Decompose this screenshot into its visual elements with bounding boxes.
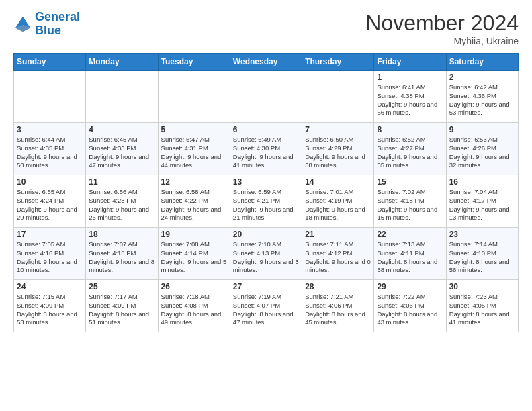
day-info: Sunrise: 7:08 AM Sunset: 4:14 PM Dayligh… (161, 240, 227, 275)
table-row: 21Sunrise: 7:11 AM Sunset: 4:12 PM Dayli… (302, 228, 374, 280)
table-row: 18Sunrise: 7:07 AM Sunset: 4:15 PM Dayli… (86, 228, 158, 280)
day-number: 2 (449, 73, 515, 82)
day-info: Sunrise: 7:18 AM Sunset: 4:08 PM Dayligh… (161, 293, 227, 327)
day-info: Sunrise: 6:55 AM Sunset: 4:24 PM Dayligh… (17, 188, 83, 222)
day-info: Sunrise: 6:56 AM Sunset: 4:23 PM Dayligh… (89, 188, 154, 222)
day-number: 3 (17, 125, 83, 134)
table-row: 1Sunrise: 6:41 AM Sunset: 4:38 PM Daylig… (374, 71, 446, 123)
day-info: Sunrise: 7:13 AM Sunset: 4:11 PM Dayligh… (377, 240, 443, 275)
table-row: 19Sunrise: 7:08 AM Sunset: 4:14 PM Dayli… (158, 228, 230, 280)
day-number: 1 (377, 73, 443, 82)
day-number: 25 (89, 282, 154, 291)
table-row: 26Sunrise: 7:18 AM Sunset: 4:08 PM Dayli… (158, 280, 230, 332)
table-row: 16Sunrise: 7:04 AM Sunset: 4:17 PM Dayli… (446, 175, 518, 228)
table-row: 9Sunrise: 6:53 AM Sunset: 4:26 PM Daylig… (446, 123, 518, 175)
calendar-week-row: 10Sunrise: 6:55 AM Sunset: 4:24 PM Dayli… (14, 175, 519, 228)
table-row (302, 71, 374, 123)
title-block: November 2024 Myhiia, Ukraine (365, 11, 519, 46)
day-info: Sunrise: 7:19 AM Sunset: 4:07 PM Dayligh… (233, 293, 299, 327)
day-number: 28 (305, 282, 371, 291)
table-row: 5Sunrise: 6:47 AM Sunset: 4:31 PM Daylig… (158, 123, 230, 175)
day-info: Sunrise: 7:22 AM Sunset: 4:06 PM Dayligh… (377, 293, 443, 327)
table-row (158, 71, 230, 123)
logo-text: General Blue (35, 11, 80, 38)
day-number: 21 (305, 230, 371, 239)
day-number: 30 (449, 282, 515, 291)
table-row: 22Sunrise: 7:13 AM Sunset: 4:11 PM Dayli… (374, 228, 446, 280)
day-info: Sunrise: 7:01 AM Sunset: 4:19 PM Dayligh… (305, 188, 371, 222)
day-info: Sunrise: 6:47 AM Sunset: 4:31 PM Dayligh… (161, 136, 227, 170)
day-number: 16 (449, 177, 515, 187)
header-saturday: Saturday (446, 54, 518, 71)
day-number: 27 (233, 282, 299, 291)
table-row: 28Sunrise: 7:21 AM Sunset: 4:06 PM Dayli… (302, 280, 374, 332)
day-info: Sunrise: 7:17 AM Sunset: 4:09 PM Dayligh… (89, 293, 154, 327)
table-row: 17Sunrise: 7:05 AM Sunset: 4:16 PM Dayli… (14, 228, 86, 280)
day-info: Sunrise: 6:59 AM Sunset: 4:21 PM Dayligh… (233, 188, 299, 222)
day-number: 12 (161, 177, 227, 187)
day-info: Sunrise: 7:11 AM Sunset: 4:12 PM Dayligh… (305, 240, 371, 275)
day-number: 14 (305, 177, 371, 187)
table-row: 8Sunrise: 6:52 AM Sunset: 4:27 PM Daylig… (374, 123, 446, 175)
calendar-week-row: 3Sunrise: 6:44 AM Sunset: 4:35 PM Daylig… (14, 123, 519, 175)
day-info: Sunrise: 6:45 AM Sunset: 4:33 PM Dayligh… (89, 136, 154, 170)
table-row (86, 71, 158, 123)
header-monday: Monday (86, 54, 158, 71)
header-wednesday: Wednesday (230, 54, 302, 71)
logo-icon (13, 15, 32, 34)
day-info: Sunrise: 6:49 AM Sunset: 4:30 PM Dayligh… (233, 136, 299, 170)
page-header: General Blue November 2024 Myhiia, Ukrai… (13, 11, 519, 46)
header-tuesday: Tuesday (158, 54, 230, 71)
calendar-table: Sunday Monday Tuesday Wednesday Thursday… (13, 53, 519, 332)
day-number: 7 (305, 125, 371, 134)
day-info: Sunrise: 6:58 AM Sunset: 4:22 PM Dayligh… (161, 188, 227, 222)
table-row: 14Sunrise: 7:01 AM Sunset: 4:19 PM Dayli… (302, 175, 374, 228)
day-number: 18 (89, 230, 154, 239)
calendar-week-row: 17Sunrise: 7:05 AM Sunset: 4:16 PM Dayli… (14, 228, 519, 280)
day-number: 17 (17, 230, 83, 239)
table-row: 10Sunrise: 6:55 AM Sunset: 4:24 PM Dayli… (14, 175, 86, 228)
day-info: Sunrise: 7:10 AM Sunset: 4:13 PM Dayligh… (233, 240, 299, 275)
day-info: Sunrise: 6:44 AM Sunset: 4:35 PM Dayligh… (17, 136, 83, 170)
table-row: 29Sunrise: 7:22 AM Sunset: 4:06 PM Dayli… (374, 280, 446, 332)
day-info: Sunrise: 7:05 AM Sunset: 4:16 PM Dayligh… (17, 240, 83, 275)
table-row: 7Sunrise: 6:50 AM Sunset: 4:29 PM Daylig… (302, 123, 374, 175)
day-number: 10 (17, 177, 83, 187)
day-number: 22 (377, 230, 443, 239)
day-number: 24 (17, 282, 83, 291)
table-row: 27Sunrise: 7:19 AM Sunset: 4:07 PM Dayli… (230, 280, 302, 332)
day-info: Sunrise: 6:53 AM Sunset: 4:26 PM Dayligh… (449, 136, 515, 170)
table-row: 4Sunrise: 6:45 AM Sunset: 4:33 PM Daylig… (86, 123, 158, 175)
calendar-week-row: 1Sunrise: 6:41 AM Sunset: 4:38 PM Daylig… (14, 71, 519, 123)
day-info: Sunrise: 7:15 AM Sunset: 4:09 PM Dayligh… (17, 293, 83, 327)
day-info: Sunrise: 6:50 AM Sunset: 4:29 PM Dayligh… (305, 136, 371, 170)
location: Myhiia, Ukraine (365, 36, 519, 46)
day-info: Sunrise: 7:14 AM Sunset: 4:10 PM Dayligh… (449, 240, 515, 275)
table-row: 13Sunrise: 6:59 AM Sunset: 4:21 PM Dayli… (230, 175, 302, 228)
day-number: 5 (161, 125, 227, 134)
calendar-header-row: Sunday Monday Tuesday Wednesday Thursday… (14, 54, 519, 71)
table-row: 25Sunrise: 7:17 AM Sunset: 4:09 PM Dayli… (86, 280, 158, 332)
table-row: 11Sunrise: 6:56 AM Sunset: 4:23 PM Dayli… (86, 175, 158, 228)
header-sunday: Sunday (14, 54, 86, 71)
day-number: 9 (449, 125, 515, 134)
day-number: 6 (233, 125, 299, 134)
day-info: Sunrise: 7:23 AM Sunset: 4:05 PM Dayligh… (449, 293, 515, 327)
day-number: 11 (89, 177, 154, 187)
logo: General Blue (13, 11, 80, 38)
table-row: 12Sunrise: 6:58 AM Sunset: 4:22 PM Dayli… (158, 175, 230, 228)
table-row: 30Sunrise: 7:23 AM Sunset: 4:05 PM Dayli… (446, 280, 518, 332)
table-row: 15Sunrise: 7:02 AM Sunset: 4:18 PM Dayli… (374, 175, 446, 228)
header-friday: Friday (374, 54, 446, 71)
day-info: Sunrise: 7:04 AM Sunset: 4:17 PM Dayligh… (449, 188, 515, 222)
day-info: Sunrise: 7:02 AM Sunset: 4:18 PM Dayligh… (377, 188, 443, 222)
table-row: 20Sunrise: 7:10 AM Sunset: 4:13 PM Dayli… (230, 228, 302, 280)
day-number: 26 (161, 282, 227, 291)
day-number: 13 (233, 177, 299, 187)
day-number: 8 (377, 125, 443, 134)
table-row: 6Sunrise: 6:49 AM Sunset: 4:30 PM Daylig… (230, 123, 302, 175)
table-row: 24Sunrise: 7:15 AM Sunset: 4:09 PM Dayli… (14, 280, 86, 332)
day-number: 19 (161, 230, 227, 239)
day-info: Sunrise: 7:07 AM Sunset: 4:15 PM Dayligh… (89, 240, 154, 275)
month-title: November 2024 (365, 11, 519, 36)
